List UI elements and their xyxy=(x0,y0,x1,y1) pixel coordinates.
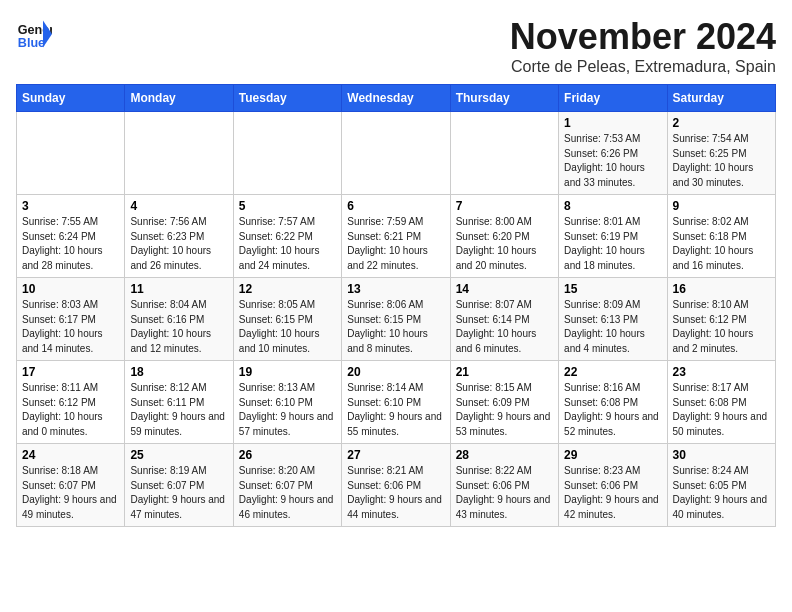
day-info: Sunrise: 7:57 AM Sunset: 6:22 PM Dayligh… xyxy=(239,215,336,273)
day-info: Sunrise: 8:12 AM Sunset: 6:11 PM Dayligh… xyxy=(130,381,227,439)
day-cell xyxy=(233,112,341,195)
day-number: 7 xyxy=(456,199,553,213)
day-info: Sunrise: 8:07 AM Sunset: 6:14 PM Dayligh… xyxy=(456,298,553,356)
day-number: 11 xyxy=(130,282,227,296)
day-cell: 5Sunrise: 7:57 AM Sunset: 6:22 PM Daylig… xyxy=(233,195,341,278)
day-cell: 6Sunrise: 7:59 AM Sunset: 6:21 PM Daylig… xyxy=(342,195,450,278)
day-info: Sunrise: 8:22 AM Sunset: 6:06 PM Dayligh… xyxy=(456,464,553,522)
day-cell: 25Sunrise: 8:19 AM Sunset: 6:07 PM Dayli… xyxy=(125,444,233,527)
day-info: Sunrise: 7:54 AM Sunset: 6:25 PM Dayligh… xyxy=(673,132,770,190)
day-number: 21 xyxy=(456,365,553,379)
day-info: Sunrise: 8:15 AM Sunset: 6:09 PM Dayligh… xyxy=(456,381,553,439)
day-info: Sunrise: 7:56 AM Sunset: 6:23 PM Dayligh… xyxy=(130,215,227,273)
day-number: 24 xyxy=(22,448,119,462)
day-number: 6 xyxy=(347,199,444,213)
day-cell: 17Sunrise: 8:11 AM Sunset: 6:12 PM Dayli… xyxy=(17,361,125,444)
day-cell xyxy=(17,112,125,195)
day-cell: 15Sunrise: 8:09 AM Sunset: 6:13 PM Dayli… xyxy=(559,278,667,361)
day-info: Sunrise: 7:59 AM Sunset: 6:21 PM Dayligh… xyxy=(347,215,444,273)
weekday-thursday: Thursday xyxy=(450,85,558,112)
day-number: 17 xyxy=(22,365,119,379)
day-number: 26 xyxy=(239,448,336,462)
day-number: 22 xyxy=(564,365,661,379)
day-number: 1 xyxy=(564,116,661,130)
day-cell: 2Sunrise: 7:54 AM Sunset: 6:25 PM Daylig… xyxy=(667,112,775,195)
day-number: 15 xyxy=(564,282,661,296)
day-number: 14 xyxy=(456,282,553,296)
day-cell: 18Sunrise: 8:12 AM Sunset: 6:11 PM Dayli… xyxy=(125,361,233,444)
day-cell xyxy=(125,112,233,195)
weekday-monday: Monday xyxy=(125,85,233,112)
day-info: Sunrise: 8:17 AM Sunset: 6:08 PM Dayligh… xyxy=(673,381,770,439)
day-cell: 7Sunrise: 8:00 AM Sunset: 6:20 PM Daylig… xyxy=(450,195,558,278)
week-row-2: 3Sunrise: 7:55 AM Sunset: 6:24 PM Daylig… xyxy=(17,195,776,278)
day-info: Sunrise: 8:23 AM Sunset: 6:06 PM Dayligh… xyxy=(564,464,661,522)
day-cell: 30Sunrise: 8:24 AM Sunset: 6:05 PM Dayli… xyxy=(667,444,775,527)
day-number: 25 xyxy=(130,448,227,462)
day-number: 10 xyxy=(22,282,119,296)
logo-icon: General Blue xyxy=(16,16,52,52)
day-cell: 9Sunrise: 8:02 AM Sunset: 6:18 PM Daylig… xyxy=(667,195,775,278)
day-info: Sunrise: 8:13 AM Sunset: 6:10 PM Dayligh… xyxy=(239,381,336,439)
day-number: 23 xyxy=(673,365,770,379)
day-info: Sunrise: 8:04 AM Sunset: 6:16 PM Dayligh… xyxy=(130,298,227,356)
day-number: 8 xyxy=(564,199,661,213)
calendar-table: SundayMondayTuesdayWednesdayThursdayFrid… xyxy=(16,84,776,527)
day-number: 29 xyxy=(564,448,661,462)
day-number: 2 xyxy=(673,116,770,130)
day-number: 28 xyxy=(456,448,553,462)
day-info: Sunrise: 8:10 AM Sunset: 6:12 PM Dayligh… xyxy=(673,298,770,356)
day-info: Sunrise: 8:03 AM Sunset: 6:17 PM Dayligh… xyxy=(22,298,119,356)
day-info: Sunrise: 8:09 AM Sunset: 6:13 PM Dayligh… xyxy=(564,298,661,356)
day-cell: 10Sunrise: 8:03 AM Sunset: 6:17 PM Dayli… xyxy=(17,278,125,361)
day-cell: 20Sunrise: 8:14 AM Sunset: 6:10 PM Dayli… xyxy=(342,361,450,444)
week-row-4: 17Sunrise: 8:11 AM Sunset: 6:12 PM Dayli… xyxy=(17,361,776,444)
logo: General Blue xyxy=(16,16,52,52)
day-info: Sunrise: 8:18 AM Sunset: 6:07 PM Dayligh… xyxy=(22,464,119,522)
day-cell: 4Sunrise: 7:56 AM Sunset: 6:23 PM Daylig… xyxy=(125,195,233,278)
day-cell: 24Sunrise: 8:18 AM Sunset: 6:07 PM Dayli… xyxy=(17,444,125,527)
page-header: General Blue November 2024 Corte de Pele… xyxy=(16,16,776,76)
day-info: Sunrise: 8:16 AM Sunset: 6:08 PM Dayligh… xyxy=(564,381,661,439)
day-info: Sunrise: 8:14 AM Sunset: 6:10 PM Dayligh… xyxy=(347,381,444,439)
weekday-tuesday: Tuesday xyxy=(233,85,341,112)
day-cell: 1Sunrise: 7:53 AM Sunset: 6:26 PM Daylig… xyxy=(559,112,667,195)
day-number: 12 xyxy=(239,282,336,296)
day-info: Sunrise: 8:21 AM Sunset: 6:06 PM Dayligh… xyxy=(347,464,444,522)
week-row-3: 10Sunrise: 8:03 AM Sunset: 6:17 PM Dayli… xyxy=(17,278,776,361)
day-info: Sunrise: 8:06 AM Sunset: 6:15 PM Dayligh… xyxy=(347,298,444,356)
day-cell: 12Sunrise: 8:05 AM Sunset: 6:15 PM Dayli… xyxy=(233,278,341,361)
day-number: 16 xyxy=(673,282,770,296)
day-number: 9 xyxy=(673,199,770,213)
day-cell: 28Sunrise: 8:22 AM Sunset: 6:06 PM Dayli… xyxy=(450,444,558,527)
day-info: Sunrise: 8:24 AM Sunset: 6:05 PM Dayligh… xyxy=(673,464,770,522)
calendar-body: 1Sunrise: 7:53 AM Sunset: 6:26 PM Daylig… xyxy=(17,112,776,527)
weekday-sunday: Sunday xyxy=(17,85,125,112)
day-cell: 23Sunrise: 8:17 AM Sunset: 6:08 PM Dayli… xyxy=(667,361,775,444)
day-info: Sunrise: 7:55 AM Sunset: 6:24 PM Dayligh… xyxy=(22,215,119,273)
weekday-saturday: Saturday xyxy=(667,85,775,112)
week-row-5: 24Sunrise: 8:18 AM Sunset: 6:07 PM Dayli… xyxy=(17,444,776,527)
day-info: Sunrise: 7:53 AM Sunset: 6:26 PM Dayligh… xyxy=(564,132,661,190)
day-info: Sunrise: 8:02 AM Sunset: 6:18 PM Dayligh… xyxy=(673,215,770,273)
day-cell: 8Sunrise: 8:01 AM Sunset: 6:19 PM Daylig… xyxy=(559,195,667,278)
day-cell: 3Sunrise: 7:55 AM Sunset: 6:24 PM Daylig… xyxy=(17,195,125,278)
day-cell: 27Sunrise: 8:21 AM Sunset: 6:06 PM Dayli… xyxy=(342,444,450,527)
weekday-header-row: SundayMondayTuesdayWednesdayThursdayFrid… xyxy=(17,85,776,112)
day-info: Sunrise: 8:05 AM Sunset: 6:15 PM Dayligh… xyxy=(239,298,336,356)
day-cell: 19Sunrise: 8:13 AM Sunset: 6:10 PM Dayli… xyxy=(233,361,341,444)
day-number: 27 xyxy=(347,448,444,462)
day-info: Sunrise: 8:01 AM Sunset: 6:19 PM Dayligh… xyxy=(564,215,661,273)
day-number: 13 xyxy=(347,282,444,296)
day-number: 18 xyxy=(130,365,227,379)
day-cell: 21Sunrise: 8:15 AM Sunset: 6:09 PM Dayli… xyxy=(450,361,558,444)
day-info: Sunrise: 8:11 AM Sunset: 6:12 PM Dayligh… xyxy=(22,381,119,439)
svg-text:Blue: Blue xyxy=(18,36,45,50)
week-row-1: 1Sunrise: 7:53 AM Sunset: 6:26 PM Daylig… xyxy=(17,112,776,195)
day-number: 3 xyxy=(22,199,119,213)
day-number: 4 xyxy=(130,199,227,213)
weekday-wednesday: Wednesday xyxy=(342,85,450,112)
day-number: 30 xyxy=(673,448,770,462)
month-title: November 2024 xyxy=(510,16,776,58)
day-info: Sunrise: 8:20 AM Sunset: 6:07 PM Dayligh… xyxy=(239,464,336,522)
